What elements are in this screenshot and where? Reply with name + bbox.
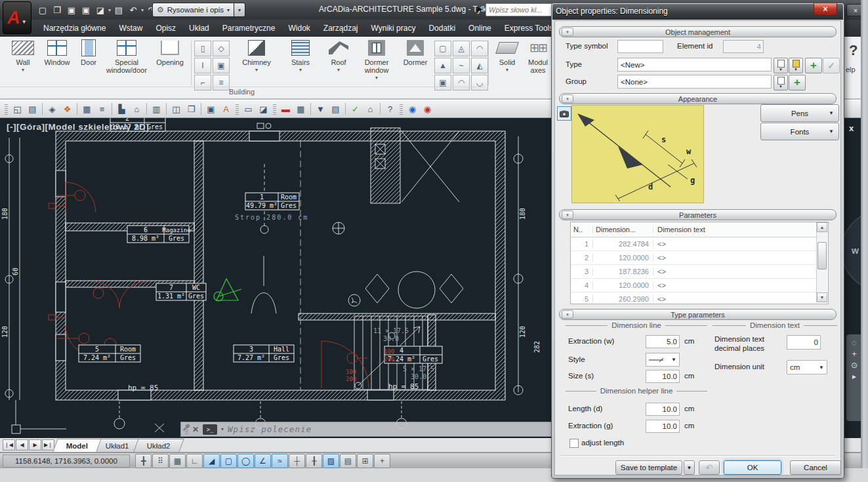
table-row[interactable]: 1 282.4784 <>	[571, 237, 828, 251]
size-s-field[interactable]	[646, 370, 680, 383]
type-combo[interactable]: <New>	[617, 58, 772, 71]
last-layout-icon[interactable]: ▶❘	[42, 439, 54, 451]
gutter-icon[interactable]: ◠	[471, 41, 488, 56]
grid-dots-toggle[interactable]: ⠿	[152, 454, 169, 468]
wall-button[interactable]: Wall ▼	[8, 39, 38, 89]
annotation-monitor-toggle[interactable]: +	[374, 454, 390, 468]
fence-icon[interactable]: ▼	[313, 102, 328, 115]
workspace-extra-dropdown[interactable]: ▾	[234, 3, 245, 17]
ok-button[interactable]: OK	[724, 460, 781, 475]
dormer-button[interactable]: Dormer	[398, 39, 433, 89]
tab-model[interactable]: Model	[52, 439, 102, 452]
solid-button[interactable]: Solid ▼	[491, 39, 524, 89]
group-combo[interactable]: <None>	[617, 75, 772, 89]
prev-layout-icon[interactable]: ◀	[16, 439, 28, 451]
dropdown-icon[interactable]: ▾	[141, 7, 144, 13]
opening-button[interactable]: Opening	[151, 39, 189, 89]
new-file-icon[interactable]: ▢	[35, 3, 50, 16]
group-library-dropdown[interactable]: ▼	[774, 75, 788, 90]
building-icon[interactable]: ⌂	[129, 102, 144, 115]
viewport-controls-label[interactable]: [-][Góra][Model szkieletowy 2D]	[7, 122, 149, 132]
chevron-down-icon[interactable]: ▾	[221, 426, 224, 432]
pens-button[interactable]: Pens ▼	[760, 104, 839, 122]
transparency-mode-toggle[interactable]: ╂	[306, 454, 322, 468]
tab-uklad[interactable]: Układ	[182, 21, 216, 35]
object-snap-toggle[interactable]: ▢	[220, 454, 237, 468]
plot-preview-icon[interactable]: ◪	[93, 3, 108, 16]
search-input[interactable]	[486, 3, 560, 16]
section-appearance[interactable]: ▾ Appearance	[559, 93, 837, 104]
section-object-management[interactable]: ▾ Object management	[559, 26, 837, 37]
viewport-close-icon[interactable]: x	[849, 123, 854, 133]
screen-icon[interactable]: ▭	[241, 102, 256, 115]
layers-list-icon[interactable]: ≡	[94, 102, 110, 115]
arcadia-text-icon[interactable]: A	[218, 102, 234, 115]
chimney-button[interactable]: Chimney ▼	[235, 39, 278, 89]
add-group-button[interactable]: +	[789, 75, 806, 90]
roof-auto-icon[interactable]: ◬	[453, 41, 470, 56]
check-drawing-icon[interactable]: ✓	[348, 102, 363, 115]
floor-plan-icon[interactable]: ▙	[114, 102, 129, 115]
tab-opisz[interactable]: Opisz	[149, 21, 182, 35]
dynamic-input-toggle[interactable]: ≈	[272, 454, 288, 468]
type-project-dropdown[interactable]: ▼	[789, 58, 803, 73]
object-tag-icon[interactable]: ◈	[45, 102, 60, 115]
tab-narzedzia-glowne[interactable]: Narzędzia główne	[37, 21, 112, 35]
ortho-toggle[interactable]: ∟	[186, 454, 203, 468]
length-d-field[interactable]	[646, 403, 680, 416]
export-view-icon[interactable]: ▦	[79, 102, 94, 115]
project-manager-icon[interactable]: ◱	[10, 102, 25, 115]
cancel-button[interactable]: Cancel	[790, 460, 841, 475]
module-axes-button[interactable]: ⊞⊞ Modul axes	[522, 39, 554, 89]
save-to-template-button[interactable]: Save to template	[615, 460, 682, 475]
disconnect-icon[interactable]: ◉	[420, 102, 435, 115]
wizard-icon[interactable]: ▤	[25, 102, 40, 115]
parameters-table[interactable]: N.. Dimension... Dimension text 1 282.47…	[570, 222, 829, 304]
downpipe-icon[interactable]: ~	[453, 58, 470, 73]
type-symbol-field[interactable]	[617, 40, 663, 53]
toolbar-drag-handle[interactable]	[236, 103, 239, 115]
fonts-button[interactable]: Fonts ▼	[760, 123, 839, 140]
preview-camera-button[interactable]	[557, 106, 571, 121]
add-type-button[interactable]: +	[805, 58, 822, 73]
stairs-button[interactable]: Stairs ▼	[282, 39, 319, 89]
orbit-icon[interactable]: ▸	[852, 372, 856, 381]
table-header[interactable]: N.. Dimension... Dimension text	[571, 222, 828, 237]
snow-guard-icon[interactable]: ◭	[471, 58, 488, 73]
roof-opening-icon[interactable]: ▢	[434, 41, 451, 56]
toolbar-help-icon[interactable]: ?	[382, 102, 398, 115]
3d-object-snap-toggle[interactable]: ◯	[238, 454, 254, 468]
dimension-unit-combo[interactable]: cm ▼	[787, 360, 827, 374]
next-layout-icon[interactable]: ▶	[29, 439, 41, 451]
column-icon[interactable]: ▯	[194, 41, 211, 56]
style-combo[interactable]: ▼	[646, 353, 680, 367]
table-row[interactable]: 3 187.8236 <>	[571, 265, 828, 279]
dormer-window-button[interactable]: Dormer window ▼	[357, 39, 396, 89]
full-navigation-icon[interactable]: ◌	[852, 339, 856, 348]
terrain-icon[interactable]: ▬	[278, 102, 293, 115]
tab-zarzadzaj[interactable]: Zarządzaj	[317, 21, 365, 35]
extraction-w-field[interactable]	[646, 335, 680, 348]
special-window-door-button[interactable]: Special window/door	[102, 39, 151, 89]
scroll-thumb[interactable]	[817, 242, 827, 270]
library-icon[interactable]: ❖	[60, 102, 75, 115]
grid-toggle[interactable]: ▦	[169, 454, 186, 468]
connect-icon[interactable]: ◉	[405, 102, 420, 115]
adjust-length-checkbox[interactable]	[569, 439, 579, 448]
road-icon[interactable]: ▦	[293, 102, 308, 115]
collapse-icon[interactable]: ▾	[562, 28, 573, 36]
tab-parametryczne[interactable]: Parametryczne	[216, 21, 282, 35]
tab-wstaw[interactable]: Wstaw	[112, 21, 149, 35]
navigation-bar[interactable]: ◌ + ⊙ ▸	[846, 334, 862, 421]
undo-icon[interactable]: ↶	[126, 3, 140, 16]
table-row[interactable]: 2 120.0000 <>	[571, 251, 828, 265]
collapse-icon[interactable]: ▾	[562, 94, 573, 103]
app-menu-button[interactable]: A ▼	[3, 1, 31, 34]
object-snap-tracking-toggle[interactable]: ∠	[255, 454, 271, 468]
tab-widok[interactable]: Widok	[281, 21, 316, 35]
workspace-switcher[interactable]: ⚙ Rysowanie i opis ▾ ▾	[152, 3, 245, 16]
open-file-icon[interactable]: ❐	[50, 3, 64, 16]
home-icon[interactable]: ⌂	[363, 102, 378, 115]
scroll-up-icon[interactable]: ▲	[817, 222, 827, 232]
toolbar-drag-handle[interactable]	[400, 103, 403, 115]
